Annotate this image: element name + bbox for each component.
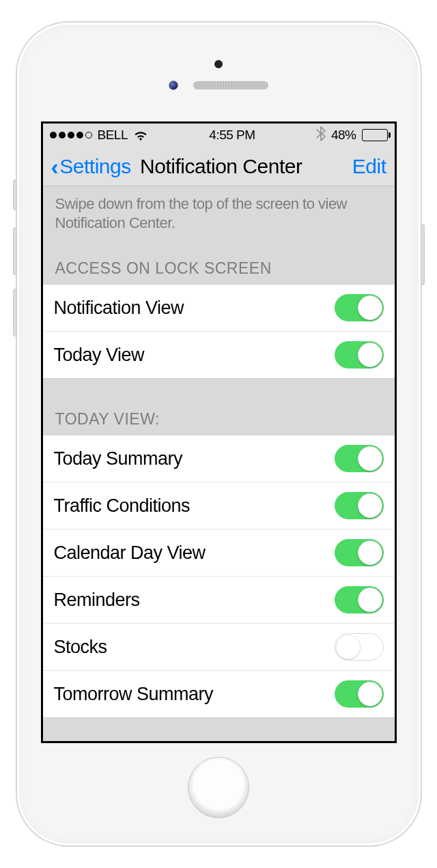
front-camera-icon <box>214 60 223 68</box>
bluetooth-icon <box>316 126 326 145</box>
section-header-lock: ACCESS ON LOCK SCREEN <box>43 252 395 285</box>
section-header-today: TODAY VIEW: <box>43 403 395 435</box>
toggle-knob <box>358 588 382 612</box>
today-view-row-label: Today Summary <box>54 448 183 469</box>
signal-strength-icon <box>50 132 92 139</box>
lock-screen-row: Notification View <box>43 284 395 332</box>
battery-percent-label: 48% <box>331 128 356 143</box>
lock-screen-toggle[interactable] <box>335 294 384 321</box>
today-view-row: Calendar Day View <box>43 529 395 577</box>
toggle-knob <box>358 295 382 320</box>
volume-down-button <box>13 289 17 336</box>
today-view-toggle[interactable] <box>335 680 384 708</box>
today-view-toggle[interactable] <box>335 586 384 613</box>
toggle-knob <box>358 343 382 367</box>
today-view-toggle[interactable] <box>335 633 384 661</box>
status-bar: BELL 4:55 PM 48% <box>43 124 395 147</box>
toggle-knob <box>358 446 382 471</box>
today-view-row: Tomorrow Summary <box>43 670 395 718</box>
today-view-row-label: Tomorrow Summary <box>54 684 214 705</box>
toggle-knob <box>358 682 382 706</box>
settings-content[interactable]: Swipe down from the top of the screen to… <box>43 186 395 718</box>
today-view-row-label: Traffic Conditions <box>54 495 191 517</box>
lock-screen-toggle[interactable] <box>335 341 384 368</box>
volume-up-button <box>13 227 17 275</box>
toggle-knob <box>358 540 382 565</box>
mute-switch <box>13 179 17 210</box>
today-view-row-label: Reminders <box>54 590 140 611</box>
carrier-label: BELL <box>98 128 128 143</box>
top-sensor-cluster <box>17 60 421 90</box>
today-view-toggle[interactable] <box>335 445 384 472</box>
home-button[interactable] <box>188 757 249 818</box>
edit-button[interactable]: Edit <box>352 155 386 178</box>
page-title: Notification Center <box>90 155 352 178</box>
power-button <box>421 224 425 285</box>
screen: BELL 4:55 PM 48% ‹ <box>41 121 397 743</box>
lock-screen-row: Today View <box>43 331 395 379</box>
lock-screen-row-label: Today View <box>54 345 145 366</box>
today-view-row: Today Summary <box>43 435 395 482</box>
today-view-row: Reminders <box>43 576 395 624</box>
today-view-row: Stocks <box>43 623 395 671</box>
wifi-icon <box>133 130 148 141</box>
chevron-left-icon: ‹ <box>51 155 59 178</box>
lock-screen-row-label: Notification View <box>54 298 184 319</box>
proximity-sensor-icon <box>169 81 178 90</box>
clock-label: 4:55 PM <box>209 128 255 143</box>
toggle-knob <box>358 493 382 518</box>
today-view-row-label: Calendar Day View <box>54 542 206 564</box>
battery-icon <box>362 129 388 141</box>
today-view-toggle[interactable] <box>335 492 384 519</box>
today-view-toggle[interactable] <box>335 539 384 566</box>
today-view-row-label: Stocks <box>54 637 107 658</box>
nav-bar: ‹ Settings Notification Center Edit <box>43 147 395 186</box>
toggle-knob <box>336 635 361 659</box>
hint-text: Swipe down from the top of the screen to… <box>43 186 395 252</box>
today-view-row: Traffic Conditions <box>43 482 395 530</box>
earpiece-speaker-icon <box>193 81 268 89</box>
phone-frame: BELL 4:55 PM 48% ‹ <box>16 21 422 847</box>
